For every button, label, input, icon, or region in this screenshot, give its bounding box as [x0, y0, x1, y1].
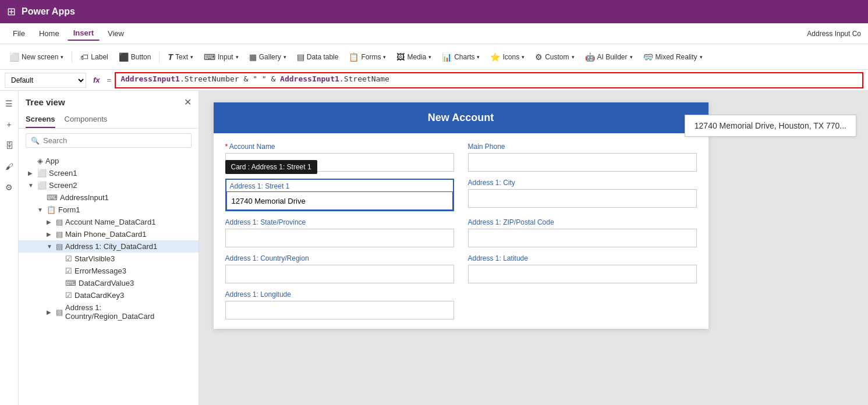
icons-icon: ⭐: [490, 52, 500, 62]
screen1-chevron: ▶: [28, 170, 35, 176]
field-address-country-input[interactable]: [225, 265, 454, 283]
input-button[interactable]: ⌨ Input ▾: [199, 50, 243, 64]
form1-chevron: ▼: [37, 207, 44, 213]
new-screen-button[interactable]: ⬜ New screen ▾: [5, 50, 68, 64]
settings-icon[interactable]: ⚙: [1, 179, 17, 196]
tree-search-box: 🔍: [26, 133, 192, 148]
app-label: App: [45, 157, 192, 165]
address-display-text: 12740 Memorial Drive, Houston, TX 770...: [695, 121, 846, 130]
datacardvalue3-label: DataCardValue3: [79, 279, 192, 287]
toolbar: ⬜ New screen ▾ 🏷 Label ⬛ Button T Text ▾…: [0, 44, 868, 70]
label-button[interactable]: 🏷 Label: [76, 50, 112, 64]
datacardkey3-icon: ☑: [65, 291, 72, 300]
brush-icon[interactable]: 🖌: [1, 158, 17, 175]
icons-button[interactable]: ⭐ Icons ▾: [486, 50, 529, 64]
forms-chevron: ▾: [383, 54, 386, 60]
media-button[interactable]: 🖼 Media ▾: [392, 50, 436, 64]
custom-button[interactable]: ⚙ Custom ▾: [530, 50, 579, 64]
gallery-btn-label: Gallery: [259, 53, 281, 61]
field-address-longitude-input[interactable]: [225, 301, 454, 319]
menu-insert[interactable]: Insert: [68, 26, 100, 41]
field-address-latitude-input[interactable]: [468, 265, 697, 283]
custom-icon: ⚙: [535, 52, 543, 62]
menu-bar: File Home Insert View Address Input Co: [0, 23, 868, 44]
field-address-country: Address 1: Country/Region: [225, 254, 454, 283]
database-icon[interactable]: 🗄: [1, 137, 17, 154]
field-address-zip: Address 1: ZIP/Postal Code: [468, 218, 697, 247]
media-chevron: ▾: [428, 54, 431, 60]
tree-item-app[interactable]: ◈ App: [19, 155, 199, 167]
mixed-reality-chevron: ▾: [700, 54, 703, 60]
tree-item-addressinput1[interactable]: ⌨ AddressInput1: [19, 191, 199, 204]
main-phone-datacard-label: Main Phone_DataCard1: [65, 230, 192, 239]
text-button[interactable]: T Text ▾: [163, 50, 198, 64]
charts-button[interactable]: 📊 Charts ▾: [437, 50, 484, 64]
tree-item-datacardkey3[interactable]: ☑ DataCardKey3: [19, 289, 199, 301]
input-btn-label: Input: [218, 53, 233, 61]
tree-item-address-country-datacard[interactable]: ▶ ▤ Address 1: Country/Region_DataCard: [19, 301, 199, 322]
screen1-label: Screen1: [49, 169, 192, 177]
tree-item-address-city-datacard[interactable]: ▼ ▤ Address 1: City_DataCard1: [19, 240, 199, 253]
field-address-street-input[interactable]: [226, 191, 453, 210]
input-icon: ⌨: [204, 52, 215, 62]
field-main-phone-input[interactable]: [468, 153, 697, 172]
app-grid-icon[interactable]: ⊞: [7, 5, 16, 18]
charts-btn-label: Charts: [454, 53, 474, 61]
text-icon: T: [168, 52, 173, 62]
label-icon: 🏷: [80, 52, 88, 62]
field-address-state-label: Address 1: State/Province: [225, 218, 454, 226]
ai-builder-btn-label: AI Builder: [597, 53, 628, 61]
button-button[interactable]: ⬛ Button: [114, 50, 156, 64]
new-screen-icon: ⬜: [9, 52, 19, 62]
form1-label: Form1: [58, 205, 192, 214]
menu-file[interactable]: File: [7, 27, 31, 40]
menu-icon[interactable]: ☰: [1, 95, 17, 112]
tree-item-starvisible3[interactable]: ☑ StarVisible3: [19, 253, 199, 265]
tree-item-screen1[interactable]: ▶ ⬜ Screen1: [19, 167, 199, 179]
address-country-datacard-label: Address 1: Country/Region_DataCard: [65, 303, 192, 321]
sidebar-icons: ☰ + 🗄 🖌 ⚙: [0, 91, 19, 405]
tree-item-form1[interactable]: ▼ 📋 Form1: [19, 204, 199, 216]
tree-tab-components[interactable]: Components: [65, 111, 108, 128]
field-address-street-label: Address 1: Street 1: [226, 180, 453, 191]
separator-2: [159, 51, 160, 63]
formula-bar: Default fx = AddressInput1.StreetNumber …: [0, 70, 868, 91]
fx-button[interactable]: fx: [90, 74, 104, 86]
property-dropdown[interactable]: Default: [5, 73, 86, 88]
text-chevron: ▾: [190, 54, 193, 60]
main-phone-datacard-chevron: ▶: [47, 231, 54, 237]
forms-button[interactable]: 📋 Forms ▾: [344, 50, 391, 64]
tree-item-account-name-datacard[interactable]: ▶ ▤ Account Name_DataCard1: [19, 216, 199, 228]
address-city-datacard-icon: ▤: [56, 242, 63, 251]
media-icon: 🖼: [396, 52, 405, 62]
tree-tab-screens[interactable]: Screens: [26, 111, 55, 128]
search-input[interactable]: [43, 136, 186, 145]
tree-close-button[interactable]: ✕: [184, 97, 192, 108]
tree-item-datacardvalue3[interactable]: ⌨ DataCardValue3: [19, 277, 199, 289]
button-btn-label: Button: [131, 53, 151, 61]
field-main-phone-label: Main Phone: [468, 143, 697, 151]
field-address-city-input[interactable]: [468, 189, 697, 208]
data-table-button[interactable]: ▤ Data table: [292, 50, 343, 64]
plus-icon[interactable]: +: [1, 116, 17, 133]
main-layout: ☰ + 🗄 🖌 ⚙ Tree view ✕ Screens Components…: [0, 91, 868, 405]
menu-view[interactable]: View: [102, 27, 130, 40]
mixed-reality-button[interactable]: 🥽 Mixed Reality ▾: [639, 50, 707, 64]
field-address-zip-input[interactable]: [468, 229, 697, 247]
gallery-button[interactable]: ▦ Gallery ▾: [245, 50, 291, 64]
custom-btn-label: Custom: [545, 53, 569, 61]
menu-home[interactable]: Home: [33, 27, 65, 40]
tree-item-main-phone-datacard[interactable]: ▶ ▤ Main Phone_DataCard1: [19, 228, 199, 240]
field-address-zip-label: Address 1: ZIP/Postal Code: [468, 218, 697, 226]
selected-card: Address 1: Street 1: [225, 179, 454, 211]
formula-input[interactable]: AddressInput1.StreetNumber & " " & Addre…: [115, 72, 863, 88]
forms-icon: 📋: [349, 52, 359, 62]
tree-item-screen2[interactable]: ▼ ⬜ Screen2: [19, 179, 199, 191]
charts-icon: 📊: [442, 52, 452, 62]
tree-item-errormessage3[interactable]: ☑ ErrorMessage3: [19, 265, 199, 277]
screen2-icon: ⬜: [37, 181, 47, 190]
gallery-icon: ▦: [249, 52, 257, 62]
field-address-state-input[interactable]: [225, 229, 454, 247]
field-address-latitude: Address 1: Latitude: [468, 254, 697, 283]
ai-builder-button[interactable]: 🤖 AI Builder ▾: [580, 50, 637, 64]
